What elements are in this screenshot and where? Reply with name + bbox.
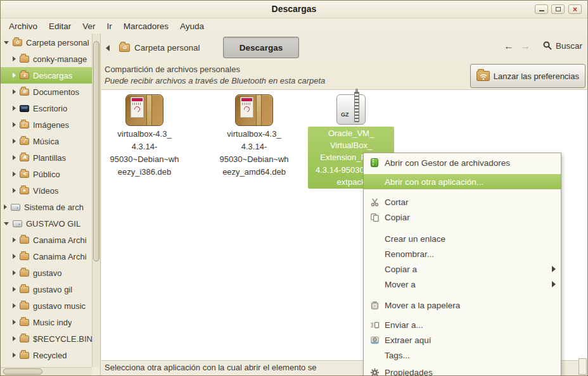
menu-archivo[interactable]: Archivo	[3, 22, 43, 31]
expander-icon[interactable]	[13, 320, 16, 325]
file-name: virtualbox-4.3_ 4.3.14- 95030~Debian~wh …	[103, 128, 186, 179]
sidebar-item-conky-manage[interactable]: conky-manage	[1, 51, 92, 67]
expander-icon[interactable]	[13, 172, 16, 177]
expander-icon[interactable]	[13, 155, 16, 160]
minimize-button[interactable]	[535, 4, 548, 14]
sidebar-item-imagenes[interactable]: □Imágenes	[1, 116, 92, 133]
menu-ver[interactable]: Ver	[77, 22, 101, 31]
expander-icon[interactable]	[13, 139, 16, 144]
sidebar-item-descargas[interactable]: ↓Descargas	[1, 67, 92, 84]
expander-icon[interactable]	[13, 122, 16, 127]
history-forward-icon[interactable]: →	[520, 41, 530, 52]
expander-icon[interactable]	[13, 270, 16, 275]
path-scroll-left-icon[interactable]	[106, 45, 110, 51]
sidebar-item-carpeta-personal[interactable]: ⌂Carpeta personal	[1, 34, 92, 51]
breadcrumb-current-button[interactable]: Descargas	[223, 37, 299, 58]
expander-icon[interactable]	[13, 89, 16, 94]
menu-item-copiar[interactable]: Copiar	[364, 210, 561, 225]
titlebar[interactable]: Descargas ×	[1, 1, 587, 18]
send-icon	[368, 320, 381, 330]
sidebar-item-videos[interactable]: ▸Vídeos	[1, 182, 92, 199]
resize-grip[interactable]	[578, 358, 587, 375]
properties-icon	[368, 368, 381, 376]
expander-icon[interactable]	[13, 287, 16, 292]
menu-item-crear-un-enlace[interactable]: Crear un enlace	[364, 231, 561, 246]
menu-separator	[364, 313, 561, 317]
menu-item-copiar-a[interactable]: Copiar a	[364, 261, 561, 277]
close-icon: ×	[573, 6, 577, 13]
sidebar-item-sistema-de-archivos[interactable]: Sistema de arch	[1, 199, 92, 215]
folder-icon	[20, 303, 29, 310]
sidebar-item-documentos[interactable]: ≡Documentos	[1, 84, 92, 100]
deb-package-icon	[235, 94, 273, 126]
sidebar-item-publico[interactable]: <Público	[1, 166, 92, 182]
close-button[interactable]: ×	[568, 4, 582, 14]
menu-item-mover-a-la-papelera[interactable]: Mover a la papelera	[364, 298, 561, 313]
videos-folder-icon: ▸	[20, 187, 29, 194]
scrollbar-thumb[interactable]	[3, 368, 42, 375]
desktop-icon	[20, 105, 29, 112]
sidebar-item-canaima-archi-2[interactable]: Canaima Archi	[1, 248, 92, 265]
expander-icon[interactable]	[13, 237, 16, 242]
extract-icon	[368, 335, 381, 345]
menu-editar[interactable]: Editar	[43, 22, 77, 31]
sidebar-item-gustavo-music[interactable]: gustavo music	[1, 298, 92, 314]
menu-separator	[364, 189, 561, 194]
menu-ayuda[interactable]: Ayuda	[174, 22, 210, 31]
launch-preferences-button[interactable]: Lanzar las preferencias	[470, 64, 585, 88]
sidebar-item-gustavo-gil[interactable]: gustavo gil	[1, 281, 92, 298]
menu-item-propiedades[interactable]: Propiedades	[364, 365, 561, 376]
file-virtualbox-i386[interactable]: virtualbox-4.3_ 4.3.14- 95030~Debian~wh …	[103, 94, 186, 179]
sidebar-vertical-scrollbar[interactable]	[92, 34, 100, 367]
menu-item-mover-a[interactable]: Mover a	[364, 277, 561, 292]
expander-icon[interactable]	[13, 336, 16, 341]
menu-marcadores[interactable]: Marcadores	[118, 22, 174, 31]
menu-item-abrir-con-gestor[interactable]: Abrir con Gestor de archivadores	[364, 155, 561, 170]
submenu-arrow-icon	[552, 266, 556, 272]
minimize-icon	[539, 10, 544, 11]
expander-icon[interactable]	[13, 73, 16, 78]
scrollbar-thumb[interactable]	[93, 41, 99, 261]
expander-icon[interactable]	[13, 188, 16, 193]
menu-separator	[364, 225, 561, 231]
breadcrumb-home-button[interactable]: ⌂ Carpeta personal	[114, 37, 205, 58]
expander-icon[interactable]	[4, 41, 9, 44]
menu-ir[interactable]: Ir	[101, 22, 118, 31]
sidebar-item-music-indy[interactable]: Music indy	[1, 314, 92, 330]
menu-item-abrir-con-otra-aplicacion[interactable]: Abrir con otra aplicación...	[364, 174, 561, 189]
sidebar-horizontal-scrollbar[interactable]	[1, 367, 92, 375]
expander-icon[interactable]	[13, 106, 16, 111]
sidebar-item-escritorio[interactable]: Escritorio	[1, 100, 92, 116]
expander-icon[interactable]	[13, 353, 16, 358]
menu-item-extraer-aqui[interactable]: Extraer aquí	[364, 332, 561, 348]
menu-item-enviar-a[interactable]: Enviar a...	[364, 317, 561, 332]
expander-icon[interactable]	[13, 303, 16, 308]
music-folder-icon: ♪	[20, 138, 29, 145]
path-toolbar: ⌂ Carpeta personal Descargas ← → Buscar	[101, 34, 587, 61]
search-button[interactable]: Buscar	[542, 41, 582, 51]
maximize-button[interactable]	[551, 4, 565, 14]
sidebar-item-gustavo-gil-drive[interactable]: GUSTAVO GIL	[1, 215, 92, 232]
home-folder-icon: ⌂	[13, 39, 22, 46]
pictures-folder-icon: □	[20, 122, 29, 128]
sidebar-item-recycled[interactable]: Recycled	[1, 347, 92, 363]
sidebar-item-canaima-archi-1[interactable]: Canaima Archi	[1, 232, 92, 248]
menu-item-renombrar[interactable]: Renombrar...	[364, 246, 561, 261]
sidebar-item-musica[interactable]: ♪Música	[1, 133, 92, 149]
sidebar-item-gustavo[interactable]: gustavo	[1, 265, 92, 281]
menubar: Archivo Editar Ver Ir Marcadores Ayuda	[1, 18, 587, 34]
sidebar-item-plantillas[interactable]: APlantillas	[1, 149, 92, 166]
menu-item-cortar[interactable]: Cortar	[364, 194, 561, 210]
filesystem-drive-icon	[11, 204, 20, 211]
sharing-infobar: Compartición de archivos personales Pued…	[101, 61, 587, 90]
folder-icon	[20, 319, 29, 326]
expander-icon[interactable]	[13, 56, 16, 61]
sidebar-item-recycle-bin[interactable]: $RECYCLE.BIN	[1, 330, 92, 347]
expander-icon[interactable]	[4, 222, 9, 225]
file-virtualbox-amd64[interactable]: virtualbox-4.3_ 4.3.14- 95030~Debian~wh …	[213, 94, 295, 179]
menu-item-tags[interactable]: Tags...	[364, 348, 561, 363]
expander-icon[interactable]	[4, 204, 7, 210]
history-back-icon[interactable]: ←	[504, 41, 514, 52]
copy-icon	[368, 213, 381, 222]
expander-icon[interactable]	[13, 254, 16, 259]
